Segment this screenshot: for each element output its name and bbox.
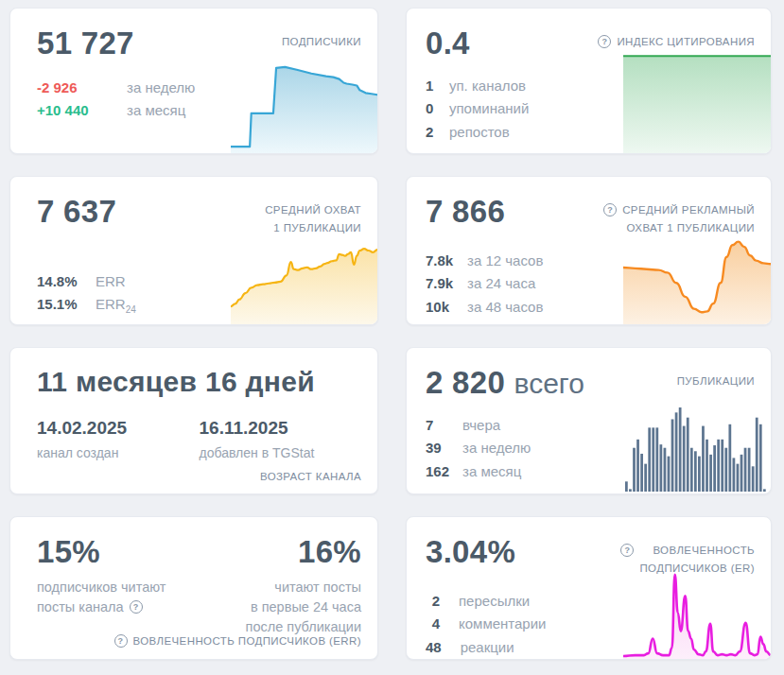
help-icon[interactable]: ? <box>130 600 143 614</box>
month-delta: +10 440 <box>37 103 127 118</box>
stat-channels: 1 уп. каналов <box>426 78 755 94</box>
stat-err24: 15.1% ERR24 <box>37 297 361 318</box>
err-read-block: 15% подписчиков читают посты канала ? <box>37 536 166 617</box>
er-stats: 2 пересылки 4 комментарии 48 реакции <box>426 594 755 655</box>
stat-err: 14.8% ERR <box>37 274 361 289</box>
stat-48h: 10k за 48 часов <box>426 300 755 315</box>
err-read24-percent: 16% <box>298 536 361 569</box>
publications-total-suffix: всего <box>514 368 584 399</box>
card-channel-age: 11 месяцев 16 дней 14.02.2025 канал созд… <box>9 347 378 494</box>
stat-reactions: 48 реакции <box>426 640 755 655</box>
avg-ad-reach-value: 7 866 <box>426 196 505 229</box>
card-publications-title: ПУБЛИКАЦИИ <box>677 372 755 390</box>
er-value: 3.04% <box>426 536 515 569</box>
subscribers-stats: -2 926 за неделю +10 440 за месяц <box>37 80 361 119</box>
stats-dashboard: 51 727 ПОДПИСЧИКИ -2 926 за неделю +10 4… <box>0 0 784 675</box>
help-icon[interactable]: ? <box>603 203 617 216</box>
card-publications: 2 820 всего ПУБЛИКАЦИИ 7 вчера 39 за нед… <box>406 347 772 494</box>
err-read24-block: 16% читают посты в первые 24 часа после … <box>246 536 361 637</box>
avg-reach-stats: 14.8% ERR 15.1% ERR24 <box>37 274 361 319</box>
avg-ad-reach-stats: 7.8k за 12 часов 7.9k за 24 часа 10k за … <box>426 253 755 315</box>
stat-yesterday: 7 вчера <box>426 418 755 433</box>
card-er: 3.04% ? ВОВЛЕЧЕННОСТЬ ПОДПИСЧИКОВ (ER) 2… <box>406 516 772 660</box>
help-icon[interactable]: ? <box>620 544 634 557</box>
citation-stats: 1 уп. каналов 0 упоминаний 2 репостов <box>426 78 755 140</box>
avg-reach-value: 7 637 <box>37 196 116 229</box>
card-subscribers-title: ПОДПИСЧИКИ <box>282 33 361 51</box>
added-date-block: 16.11.2025 добавлен в TGStat <box>200 418 362 460</box>
help-icon[interactable]: ? <box>598 35 611 48</box>
created-date-block: 14.02.2025 канал создан <box>37 418 200 460</box>
card-subscribers: 51 727 ПОДПИСЧИКИ -2 926 за неделю +10 4… <box>9 8 378 154</box>
card-citation-title: ? ИНДЕКС ЦИТИРОВАНИЯ <box>598 33 755 51</box>
age-dates: 14.02.2025 канал создан 16.11.2025 добав… <box>37 418 361 460</box>
stat-comments: 4 комментарии <box>426 616 755 632</box>
card-avg-reach-title: СРЕДНИЙ ОХВАТ 1 ПУБЛИКАЦИИ <box>265 201 361 237</box>
card-citation-index: 0.4 ? ИНДЕКС ЦИТИРОВАНИЯ 1 уп. каналов 0… <box>406 8 772 154</box>
stat-12h: 7.8k за 12 часов <box>426 253 755 268</box>
err-read-percent: 15% <box>37 536 166 569</box>
card-err-footer: ? ВОВЛЕЧЕННОСТЬ ПОДПИСЧИКОВ (ERR) <box>114 634 361 648</box>
subscribers-count: 51 727 <box>37 27 134 61</box>
citation-index-value: 0.4 <box>426 27 470 61</box>
stat-reposts: 2 репостов <box>426 125 755 140</box>
card-err: 15% подписчиков читают посты канала ? 16… <box>9 516 378 660</box>
stat-week: 39 за неделю <box>426 441 755 456</box>
publications-stats: 7 вчера 39 за неделю 162 за месяц <box>426 418 755 479</box>
card-age-footer: ВОЗРАСТ КАНАЛА <box>260 471 361 482</box>
stat-24h: 7.9k за 24 часа <box>426 276 755 291</box>
stat-week: -2 926 за неделю <box>37 80 361 95</box>
channel-age-value: 11 месяцев 16 дней <box>37 367 361 397</box>
card-avg-ad-reach-title: ? СРЕДНИЙ РЕКЛАМНЫЙ ОХВАТ 1 ПУБЛИКАЦИИ <box>603 201 755 237</box>
week-delta: -2 926 <box>37 80 127 95</box>
stat-mentions: 0 упоминаний <box>426 101 755 116</box>
stat-month: 162 за месяц <box>426 464 755 479</box>
publications-total: 2 820 всего <box>426 367 584 400</box>
card-avg-ad-reach: 7 866 ? СРЕДНИЙ РЕКЛАМНЫЙ ОХВАТ 1 ПУБЛИК… <box>406 176 772 325</box>
created-date: 14.02.2025 <box>37 418 200 439</box>
stat-forwards: 2 пересылки <box>426 594 755 609</box>
card-avg-reach: 7 637 СРЕДНИЙ ОХВАТ 1 ПУБЛИКАЦИИ 14.8% E… <box>9 176 378 325</box>
help-icon[interactable]: ? <box>114 634 128 648</box>
added-date: 16.11.2025 <box>200 418 362 439</box>
stat-month: +10 440 за месяц <box>37 103 361 118</box>
